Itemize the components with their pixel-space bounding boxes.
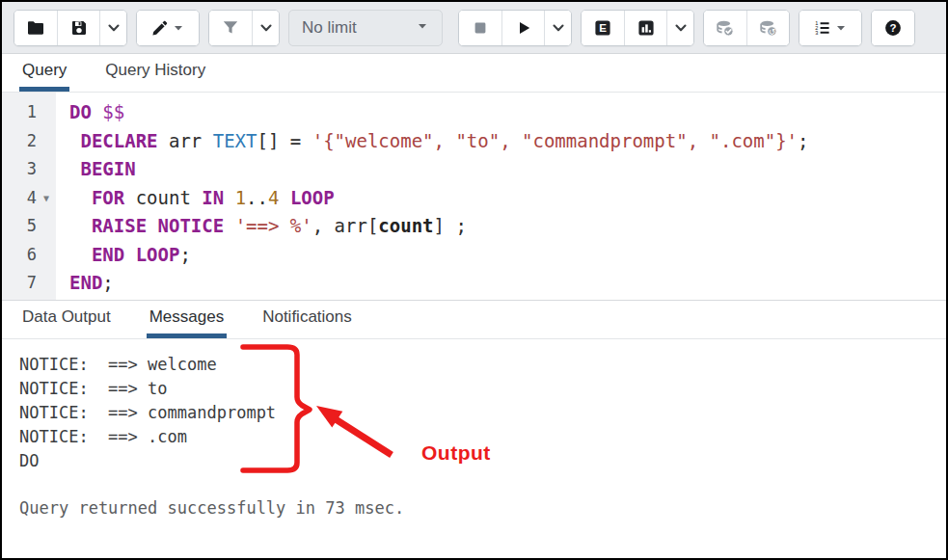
stop-button[interactable]	[459, 11, 501, 45]
stop-icon	[471, 18, 490, 38]
explain-analyze-button[interactable]	[624, 11, 666, 45]
row-limit-select[interactable]: No limit	[288, 10, 443, 46]
row-limit-value: No limit	[302, 18, 357, 38]
toolbar-group	[208, 10, 280, 46]
line-number: 4▼	[2, 184, 56, 213]
chevron-down-button[interactable]	[99, 11, 126, 45]
code-line: FOR count IN 1..4 LOOP	[69, 184, 946, 213]
chevron-down-button[interactable]	[544, 11, 571, 45]
help-button[interactable]: ?	[872, 11, 914, 45]
line-number: 6	[2, 241, 56, 270]
line-number: 1	[2, 98, 56, 127]
editor-tab-bar: QueryQuery History	[2, 54, 946, 93]
messages-panel: NOTICE: ==> welcome NOTICE: ==> to NOTIC…	[2, 339, 946, 558]
commit-icon	[716, 18, 735, 38]
tab-messages[interactable]: Messages	[147, 301, 227, 338]
explain-icon: E	[593, 18, 612, 38]
pencil-icon	[150, 18, 170, 38]
code-line: END LOOP;	[69, 241, 946, 270]
pencil-button[interactable]	[137, 11, 199, 45]
code-editor[interactable]: DO $$ DECLARE arr TEXT[] = '{"welcome", …	[56, 93, 946, 300]
annotation-output-label: Output	[421, 441, 491, 465]
filter-icon	[221, 18, 240, 38]
macros-icon: 123	[813, 18, 832, 38]
toolbar-group	[14, 10, 127, 46]
chevron-down-icon	[671, 18, 691, 38]
chevron-down-icon	[257, 18, 276, 38]
query-status-text: Query returned successfully in 73 msec.	[2, 473, 946, 520]
chevron-down-icon	[549, 18, 568, 38]
svg-text:?: ?	[889, 22, 896, 34]
tab-query[interactable]: Query	[19, 54, 69, 92]
save-icon	[69, 18, 89, 38]
toolbar-group: E	[581, 10, 694, 46]
toolbar-group	[136, 10, 200, 46]
save-button[interactable]	[57, 11, 99, 45]
chevron-down-button[interactable]	[252, 11, 279, 45]
code-line: RAISE NOTICE '==> %', arr[count] ;	[69, 212, 946, 241]
query-tool-window: No limitE↺123? QueryQuery History 1234▼5…	[0, 0, 948, 560]
output-tab-bar: Data OutputMessagesNotifications	[2, 301, 946, 339]
line-number-gutter: 1234▼567	[2, 93, 56, 300]
toolbar-group: ?	[871, 10, 915, 46]
toolbar-group: 123	[799, 10, 862, 46]
folder-button[interactable]	[14, 11, 57, 45]
caret-down-icon	[172, 21, 185, 35]
folder-icon	[26, 18, 45, 38]
toolbar-group: ↺	[703, 10, 790, 46]
filter-button[interactable]	[209, 11, 252, 45]
svg-text:E: E	[599, 22, 607, 34]
tab-data-output[interactable]: Data Output	[19, 301, 114, 338]
line-number: 5	[2, 212, 56, 241]
svg-text:3: 3	[815, 29, 818, 35]
toolbar-group	[458, 10, 572, 46]
code-line: DECLARE arr TEXT[] = '{"welcome", "to", …	[69, 127, 946, 156]
tab-query-history[interactable]: Query History	[102, 54, 208, 92]
line-number: 7	[2, 269, 56, 298]
tab-notifications[interactable]: Notifications	[259, 301, 355, 338]
help-icon: ?	[883, 18, 903, 38]
chevron-down-button[interactable]	[666, 11, 693, 45]
macros-button[interactable]: 123	[799, 11, 861, 45]
line-number: 2	[2, 127, 56, 156]
caret-down-icon	[416, 19, 429, 37]
commit-button[interactable]	[704, 11, 746, 45]
code-line: DO $$	[69, 98, 946, 127]
toolbar: No limitE↺123?	[2, 2, 946, 54]
play-icon	[514, 18, 533, 38]
explain-button[interactable]: E	[582, 11, 624, 45]
play-button[interactable]	[501, 11, 544, 45]
sql-editor: 1234▼567 DO $$ DECLARE arr TEXT[] = '{"w…	[2, 93, 946, 301]
line-number: 3	[2, 155, 56, 184]
code-line: END;	[69, 269, 946, 298]
rollback-icon: ↺	[759, 18, 778, 38]
chevron-down-icon	[104, 18, 123, 38]
svg-text:↺: ↺	[768, 26, 775, 36]
rollback-button[interactable]: ↺	[746, 11, 789, 45]
code-line: BEGIN	[69, 155, 946, 184]
caret-down-icon	[834, 21, 848, 35]
fold-caret-icon[interactable]: ▼	[40, 184, 53, 213]
explain-analyze-icon	[637, 18, 656, 38]
